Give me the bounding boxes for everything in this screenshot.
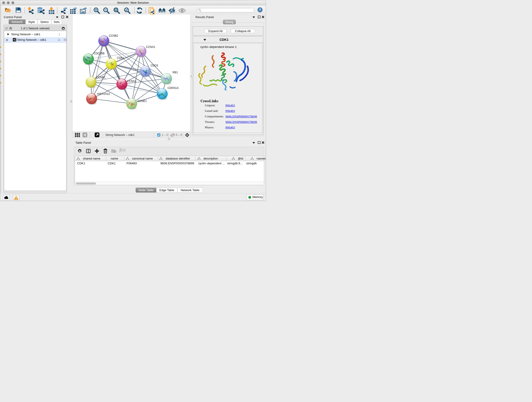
svg-text:CDK1: CDK1 — [117, 56, 124, 60]
svg-text:CDC25B: CDC25B — [94, 52, 104, 55]
svg-text:CCNE1: CCNE1 — [138, 99, 147, 103]
svg-text:CDKN1A: CDKN1A — [167, 86, 179, 89]
svg-text:CCNA2: CCNA2 — [127, 80, 136, 83]
svg-text:CCNB1: CCNB1 — [96, 76, 106, 79]
svg-text:RB1: RB1 — [172, 71, 178, 74]
svg-text:HIST1H1A: HIST1H1A — [97, 92, 110, 96]
svg-text:CCNA1: CCNA1 — [146, 45, 155, 49]
svg-text:CDC6: CDC6 — [151, 64, 158, 67]
svg-text:CCNB2: CCNB2 — [109, 34, 118, 37]
